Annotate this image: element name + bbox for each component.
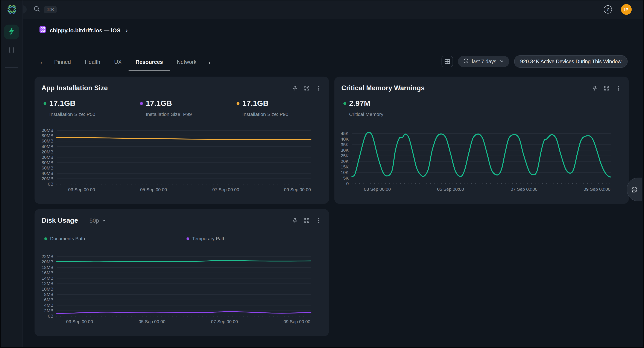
time-range-dropdown[interactable]: last 7 days bbox=[458, 56, 509, 67]
app-grid-icon bbox=[40, 26, 46, 34]
chart-critical-memory-warnings[interactable]: 45K40K35K30K25K20K15K10K5K003 Sep 00:000… bbox=[341, 130, 612, 193]
y-axis-tick: 4MB bbox=[44, 303, 53, 308]
x-axis-tick: 03 Sep 00:00 bbox=[66, 319, 93, 324]
tabs-scroll-left-button[interactable]: ‹ bbox=[36, 59, 47, 66]
y-axis-tick: 160MB bbox=[42, 139, 53, 143]
tabs: PinnedHealthUXResourcesNetwork bbox=[47, 54, 204, 70]
card-title: App Installation Size bbox=[42, 84, 108, 92]
sidebar-item-devices[interactable] bbox=[4, 43, 19, 58]
y-axis-tick: 20MB bbox=[42, 259, 54, 264]
y-axis-tick: 120MB bbox=[42, 149, 53, 154]
y-axis-tick: 12MB bbox=[42, 281, 54, 286]
y-axis-tick: 16MB bbox=[42, 270, 54, 275]
card-critical-memory-warnings: Critical Memory Warnings bbox=[334, 77, 629, 204]
y-axis-tick: 140MB bbox=[42, 144, 53, 149]
x-axis-tick: 03 Sep 00:00 bbox=[364, 187, 391, 191]
metric-stat: 17.1GB Installation Size: P99 bbox=[138, 99, 235, 117]
y-axis-tick: 0 bbox=[346, 181, 349, 186]
y-axis-tick: 5K bbox=[343, 175, 349, 180]
app-window: › ⌘K ? IP chippy.io.bitdrift.ios — iOS › bbox=[0, 0, 644, 348]
chat-bubble-icon bbox=[630, 185, 638, 193]
search-icon bbox=[33, 5, 40, 14]
x-axis-tick: 05 Sep 00:00 bbox=[437, 187, 464, 191]
tab-health[interactable]: Health bbox=[78, 54, 107, 70]
search-shortcut-badge: ⌘K bbox=[44, 6, 57, 13]
breadcrumb[interactable]: chippy.io.bitdrift.ios — iOS › bbox=[40, 26, 128, 34]
legend-label: Temporary Path bbox=[192, 236, 226, 241]
x-axis-tick: 09 Sep 00:00 bbox=[284, 187, 311, 192]
expand-icon[interactable] bbox=[604, 85, 610, 91]
x-axis-tick: 07 Sep 00:00 bbox=[212, 187, 239, 192]
y-axis-tick: 8MB bbox=[44, 292, 53, 297]
lightning-icon bbox=[7, 27, 15, 37]
tab-network[interactable]: Network bbox=[170, 54, 203, 70]
tab-pinned[interactable]: Pinned bbox=[47, 54, 78, 70]
x-axis-tick: 03 Sep 00:00 bbox=[68, 187, 95, 192]
sidebar-item-performance[interactable] bbox=[4, 25, 19, 39]
stat-label: Critical Memory bbox=[349, 111, 438, 117]
y-axis-tick: 2MB bbox=[44, 308, 53, 313]
bitdrift-logo-icon[interactable] bbox=[7, 4, 18, 15]
card-disk-usage: Disk Usage — 50p bbox=[34, 209, 329, 336]
pin-icon[interactable] bbox=[292, 85, 298, 91]
stat-value: 17.1GB bbox=[242, 99, 268, 108]
card-app-installation-size: App Installation Size bbox=[34, 77, 329, 204]
tab-resources[interactable]: Resources bbox=[128, 54, 170, 70]
topbar: › ⌘K ? IP bbox=[22, 0, 644, 19]
x-axis-tick: 05 Sep 00:00 bbox=[139, 319, 166, 324]
tab-ux[interactable]: UX bbox=[107, 54, 128, 70]
pin-icon[interactable] bbox=[292, 217, 298, 224]
chevron-right-icon[interactable]: › bbox=[126, 27, 128, 34]
sidebar-divider bbox=[5, 67, 18, 68]
y-axis-tick: 180MB bbox=[42, 133, 53, 138]
y-axis-tick: 45K bbox=[341, 131, 348, 136]
y-axis-tick: 0B bbox=[48, 314, 54, 319]
x-axis-tick: 07 Sep 00:00 bbox=[511, 187, 538, 191]
series-line bbox=[57, 137, 311, 140]
metric-stat: 2.97M Critical Memory bbox=[341, 99, 438, 117]
legend-item[interactable]: Documents Path bbox=[44, 236, 186, 241]
y-axis-tick: 0B bbox=[48, 181, 54, 186]
card-title: Critical Memory Warnings bbox=[341, 84, 424, 92]
series-color-dot bbox=[44, 237, 47, 240]
time-range-value: last 7 days bbox=[472, 59, 496, 64]
y-axis-tick: 25K bbox=[341, 153, 348, 158]
main-content: chippy.io.bitdrift.ios — iOS › ‹ PinnedH… bbox=[23, 19, 644, 348]
tabs-scroll-right-button[interactable]: › bbox=[204, 59, 215, 66]
chevron-down-icon[interactable] bbox=[102, 218, 106, 223]
y-axis-tick: 80MB bbox=[42, 160, 54, 165]
global-search[interactable]: ⌘K bbox=[33, 5, 57, 14]
y-axis-tick: 14MB bbox=[42, 276, 54, 281]
y-axis-tick: 20K bbox=[341, 159, 348, 164]
kebab-menu-icon[interactable] bbox=[615, 85, 622, 91]
y-axis-tick: 10K bbox=[341, 170, 348, 175]
y-axis-tick: 40MB bbox=[42, 171, 54, 176]
y-axis-tick: 6MB bbox=[44, 297, 53, 302]
y-axis-tick: 30K bbox=[341, 148, 348, 153]
expand-icon[interactable] bbox=[304, 217, 310, 224]
y-axis-tick: 35K bbox=[341, 142, 348, 147]
y-axis-tick: 20MB bbox=[42, 176, 54, 181]
expand-icon[interactable] bbox=[304, 85, 310, 91]
chart-legend: Documents Path Temporary Path bbox=[44, 236, 329, 241]
active-devices-text: 920.34K Active Devices During This Windo… bbox=[520, 59, 621, 64]
x-axis-tick: 09 Sep 00:00 bbox=[584, 187, 610, 191]
kebab-menu-icon[interactable] bbox=[315, 217, 322, 224]
metric-stat: 17.1GB Installation Size: P50 bbox=[42, 99, 138, 117]
card-stats: 17.1GB Installation Size: P50 17.1GB Ins… bbox=[42, 99, 331, 117]
layout-grid-button[interactable] bbox=[441, 56, 453, 67]
chart-disk-usage[interactable]: 22MB20MB18MB16MB14MB12MB10MB8MB6MB4MB2MB… bbox=[42, 253, 312, 326]
legend-label: Documents Path bbox=[50, 236, 85, 241]
kebab-menu-icon[interactable] bbox=[315, 85, 322, 91]
clock-icon bbox=[463, 58, 469, 65]
project-name: chippy.io.bitdrift.ios — iOS bbox=[50, 27, 121, 33]
card-title: Disk Usage bbox=[42, 216, 78, 224]
chart-app-installation-size[interactable]: 200MB180MB160MB140MB120MB100MB80MB60MB40… bbox=[42, 127, 312, 194]
legend-item[interactable]: Temporary Path bbox=[186, 236, 329, 241]
pin-icon[interactable] bbox=[592, 85, 598, 91]
avatar[interactable]: IP bbox=[621, 4, 632, 15]
stat-value: 2.97M bbox=[349, 99, 370, 108]
tab-bar: ‹ PinnedHealthUXResourcesNetwork › bbox=[36, 54, 216, 71]
stat-value: 17.1GB bbox=[49, 99, 76, 108]
help-button[interactable]: ? bbox=[604, 5, 612, 13]
